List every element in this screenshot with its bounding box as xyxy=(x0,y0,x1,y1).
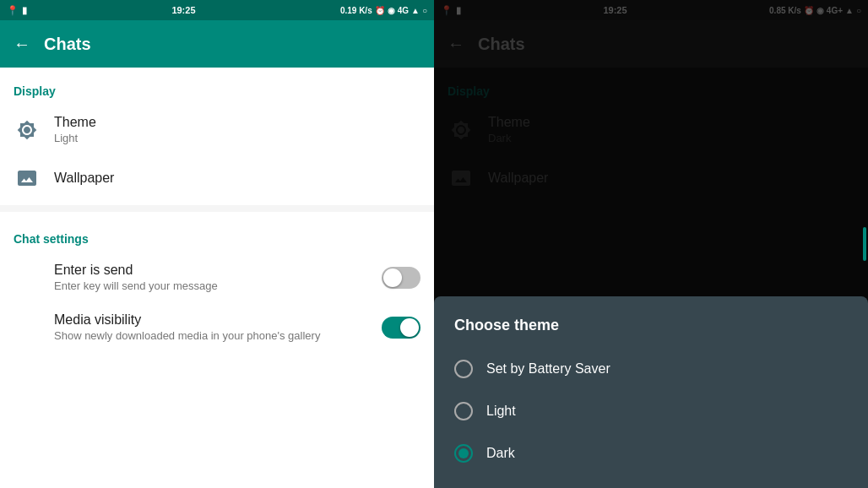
status-bar-left: 📍 ▮ 19:25 0.19 K/s ⏰ ◉ 4G ▲ ○ xyxy=(0,0,434,20)
carrier-left: 4G xyxy=(398,6,409,15)
app-bar-title-left: Chats xyxy=(44,35,91,54)
radio-light xyxy=(454,402,473,420)
status-bar-right-icons: 0.19 K/s ⏰ ◉ 4G ▲ ○ xyxy=(340,6,427,15)
theme-dialog-overlay[interactable]: Choose theme Set by Battery Saver Light … xyxy=(434,0,868,488)
media-visibility-toggle-thumb xyxy=(400,318,419,337)
settings-item-enter-send[interactable]: Enter is send Enter key will send your m… xyxy=(0,252,434,302)
dialog-option-battery-saver-label: Set by Battery Saver xyxy=(486,361,610,377)
content-left: Display Theme Light Wallpaper xyxy=(0,68,434,488)
media-visibility-title: Media visibility xyxy=(54,312,382,328)
status-bar-left-icons: 📍 ▮ xyxy=(7,5,27,16)
back-button-left[interactable]: ← xyxy=(14,35,30,54)
wallpaper-text-left: Wallpaper xyxy=(54,171,114,186)
media-visibility-subtitle: Show newly downloaded media in your phon… xyxy=(54,329,382,342)
dialog-option-light[interactable]: Light xyxy=(434,390,868,432)
settings-item-theme-left[interactable]: Theme Light xyxy=(0,105,434,155)
dialog-option-battery-saver[interactable]: Set by Battery Saver xyxy=(434,348,868,390)
wallpaper-title-left: Wallpaper xyxy=(54,171,114,186)
theme-dialog: Choose theme Set by Battery Saver Light … xyxy=(434,296,868,488)
dialog-option-light-label: Light xyxy=(486,404,516,419)
enter-send-toggle-thumb xyxy=(383,268,402,287)
enter-send-title: Enter is send xyxy=(54,263,382,278)
network-speed-left: 0.19 K/s xyxy=(340,6,372,15)
wallpaper-icon-left xyxy=(14,165,41,192)
dialog-option-dark-label: Dark xyxy=(486,446,515,461)
scroll-indicator-right xyxy=(863,227,866,261)
signal-icon-left: ◉ xyxy=(388,6,395,15)
settings-item-wallpaper-left[interactable]: Wallpaper xyxy=(0,155,434,202)
alarm-icon-left: ⏰ xyxy=(375,6,385,15)
signal-bars-left: ▲ xyxy=(411,6,420,15)
divider-left xyxy=(0,205,434,212)
battery-full-left: ○ xyxy=(422,6,427,15)
theme-subtitle-left: Light xyxy=(54,132,96,144)
dialog-option-dark[interactable]: Dark xyxy=(434,432,868,474)
theme-icon-left xyxy=(14,117,41,144)
dialog-title: Choose theme xyxy=(434,296,868,348)
right-panel: 📍 ▮ 19:25 0.85 K/s ⏰ ◉ 4G+ ▲ ○ ← Chats D… xyxy=(434,0,868,488)
media-visibility-toggle-container xyxy=(382,317,420,339)
theme-title-left: Theme xyxy=(54,115,96,130)
section-display-left: Display xyxy=(0,68,434,105)
enter-send-text: Enter is send Enter key will send your m… xyxy=(54,263,382,292)
enter-send-toggle[interactable] xyxy=(382,267,420,289)
theme-text-left: Theme Light xyxy=(54,115,96,144)
media-visibility-toggle[interactable] xyxy=(382,317,420,339)
settings-item-media-visibility[interactable]: Media visibility Show newly downloaded m… xyxy=(0,302,434,352)
location-icon: 📍 xyxy=(7,5,19,16)
app-bar-left: ← Chats xyxy=(0,20,434,68)
radio-dark xyxy=(454,444,473,463)
status-time-left: 19:25 xyxy=(171,5,195,15)
enter-send-toggle-container xyxy=(382,267,420,289)
radio-dark-inner xyxy=(458,448,469,458)
left-panel: 📍 ▮ 19:25 0.19 K/s ⏰ ◉ 4G ▲ ○ ← Chats Di… xyxy=(0,0,434,488)
radio-battery-saver xyxy=(454,360,473,378)
enter-send-subtitle: Enter key will send your message xyxy=(54,279,382,292)
section-chat-settings-left: Chat settings xyxy=(0,215,434,252)
battery-icon: ▮ xyxy=(22,5,27,16)
media-visibility-text: Media visibility Show newly downloaded m… xyxy=(54,312,382,342)
